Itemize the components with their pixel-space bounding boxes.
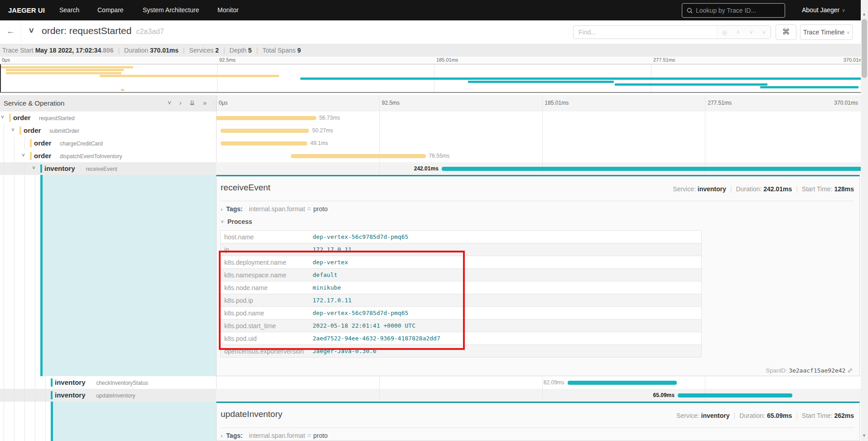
kv-value[interactable]: 2022-05-18 22:01:41 +0000 UTC [313, 322, 415, 329]
vertical-scrollbar[interactable]: ▲ ▼ [861, 0, 868, 441]
kv-key: k8s.deployment.name [224, 259, 286, 266]
span-bar-cell[interactable]: 50.27ms [216, 124, 868, 137]
span-bar-cell[interactable]: 65.09ms [216, 389, 868, 402]
span-duration-bar[interactable] [678, 393, 792, 397]
minimap-drag-handle-left[interactable] [0, 64, 1, 92]
kv-value[interactable]: minikube [313, 284, 341, 291]
timeline-gridline [542, 376, 543, 389]
chevron-down-icon: ˅ [847, 30, 849, 35]
span-row-dispatchEventToInventory[interactable]: ˅orderdispatchEventToInventory76.55ms [0, 150, 868, 162]
nav-item-compare[interactable]: Compare [97, 6, 124, 14]
kv-value[interactable]: dep-vertex-56c9785d7d-pmq65 [313, 310, 408, 316]
span-name-cell[interactable]: ˅orderdispatchEventToInventory [0, 150, 217, 162]
span-bar-cell[interactable]: 49.1ms [216, 137, 868, 150]
detail-indent-receive-event [0, 175, 216, 376]
service-color-bar [51, 391, 53, 399]
span-duration-bar[interactable] [221, 141, 307, 145]
clear-find-icon[interactable]: × [762, 29, 766, 36]
span-duration-bar[interactable] [216, 116, 316, 120]
span-row-checkInventoryStatus[interactable]: inventorycheckInventoryStatus62.09ms [0, 376, 868, 389]
tree-guide-line [4, 150, 4, 162]
span-name-cell[interactable]: inventoryupdateInventory [0, 389, 217, 402]
span-detail-update-inventory: updateInventory Service: inventory|Durat… [216, 402, 860, 441]
process-accordion[interactable]: ˅Process [221, 218, 252, 225]
about-jaeger-menu[interactable]: About Jaeger˅ [802, 6, 845, 14]
span-row-receiveEvent[interactable]: ˅inventoryreceiveEvent242.01ms [0, 162, 868, 175]
span-row-chargeCreditCard[interactable]: orderchargeCreditCard49.1ms [0, 137, 868, 150]
selected-span-indent-block [53, 402, 216, 441]
timeline-gridline [542, 389, 543, 402]
span-bar-cell[interactable]: 56.73ms [216, 111, 868, 124]
tree-guide-line [4, 376, 4, 389]
span-duration-bar[interactable] [221, 129, 309, 133]
tags-accordion[interactable]: ›Tags: internal.span.format=proto [221, 205, 328, 213]
collapse-all-icon[interactable]: ⇊ [190, 99, 195, 107]
chevron-down-icon[interactable]: ˅ [1, 114, 4, 121]
collapse-trace-chevron-icon[interactable]: ˅ [29, 26, 34, 36]
tags-accordion[interactable]: ›Tags: internal.span.format=proto [221, 432, 328, 439]
span-duration-bar[interactable] [442, 167, 868, 171]
kv-value[interactable]: dep-vertex-56c9785d7d-pmq65 [313, 233, 408, 240]
span-name-cell[interactable]: ˅inventoryreceiveEvent [0, 162, 217, 175]
keyboard-shortcuts-button[interactable]: ⌘ [776, 24, 796, 40]
operation-name: submitOrder [49, 128, 79, 134]
kv-row: k8s.namespace.namedefault [221, 269, 701, 281]
service-name: order [34, 139, 51, 147]
expand-all-icon[interactable]: » [203, 99, 207, 107]
minimap-tick-label: 277.51ms [653, 57, 675, 63]
span-name-cell[interactable]: orderchargeCreditCard [0, 137, 217, 150]
tree-guide-line [24, 175, 25, 376]
match-highlight-icon[interactable]: ◎ [722, 29, 727, 36]
kv-value[interactable]: 2aed7522-94ee-4632-9369-4187828a2dd7 [313, 335, 440, 342]
span-bar-cell[interactable]: 62.09ms [216, 376, 868, 389]
next-match-icon[interactable]: ˅ [749, 29, 753, 36]
find-input[interactable]: Find... ◎˄˅× [573, 25, 771, 39]
app-brand[interactable]: JAEGER UI [8, 6, 45, 14]
nav-item-system-architecture[interactable]: System Architecture [143, 6, 199, 14]
detail-meta-value: inventory [701, 412, 730, 419]
span-bar-cell[interactable]: 76.55ms [216, 150, 868, 162]
span-row-updateInventory[interactable]: inventoryupdateInventory65.09ms [0, 389, 868, 402]
link-icon[interactable] [847, 368, 853, 373]
page-title: order: requestStartedc2a3ad7 [42, 25, 164, 36]
kv-value[interactable]: Jaeger-Java-0.30.6 [313, 348, 376, 354]
scrollbar-thumb[interactable] [862, 19, 867, 78]
kv-value[interactable]: 172.17.0.11 [313, 246, 352, 253]
timeline-gridline [705, 150, 705, 162]
span-duration-bar[interactable] [568, 381, 677, 385]
prev-match-icon[interactable]: ˄ [737, 29, 740, 36]
minimap-canvas[interactable] [0, 64, 868, 93]
operation-name: chargeCreditCard [60, 141, 103, 147]
tree-guide-line [35, 402, 35, 441]
span-bar-cell[interactable]: 242.01ms [216, 162, 868, 175]
chevron-down-icon[interactable]: ˅ [22, 152, 25, 159]
chevron-down-icon[interactable]: ˅ [32, 165, 35, 171]
back-button[interactable]: ← [0, 20, 21, 44]
trace-view-select[interactable]: Trace Timeline˅ [800, 24, 853, 40]
minimap-tick-label: 185.01ms [436, 57, 458, 63]
span-name-cell[interactable]: inventorycheckInventoryStatus [0, 376, 217, 389]
tree-guide-line [14, 376, 14, 389]
kv-value[interactable]: default [313, 271, 338, 278]
scroll-up-icon[interactable]: ▲ [862, 12, 866, 16]
span-name-cell[interactable]: ˅orderrequestStarted [0, 111, 217, 124]
span-duration-label: 50.27ms [312, 127, 333, 134]
kv-value[interactable]: dep-vertex [313, 259, 348, 266]
span-name-cell[interactable]: ˅ordersubmitOrder [0, 124, 217, 137]
minimap-span-bar [615, 83, 767, 86]
span-row-requestStarted[interactable]: ˅orderrequestStarted56.73ms [0, 111, 868, 124]
trace-lookup-input[interactable]: Lookup by Trace ID... [682, 3, 785, 18]
chevron-down-icon[interactable]: ˅ [11, 127, 14, 133]
nav-item-search[interactable]: Search [59, 6, 79, 14]
scroll-down-icon[interactable]: ▼ [862, 433, 866, 438]
meta-value: 9 [297, 47, 301, 54]
expand-one-icon[interactable]: › [179, 99, 182, 107]
service-color-bar [30, 139, 32, 147]
tag-value: proto [313, 205, 328, 213]
span-row-submitOrder[interactable]: ˅ordersubmitOrder50.27ms [0, 124, 868, 137]
tree-guide-line [14, 162, 14, 175]
span-duration-bar[interactable] [291, 154, 426, 158]
collapse-one-icon[interactable]: ˅ [168, 99, 171, 107]
kv-value[interactable]: 172.17.0.11 [313, 297, 352, 304]
nav-item-monitor[interactable]: Monitor [217, 6, 239, 14]
